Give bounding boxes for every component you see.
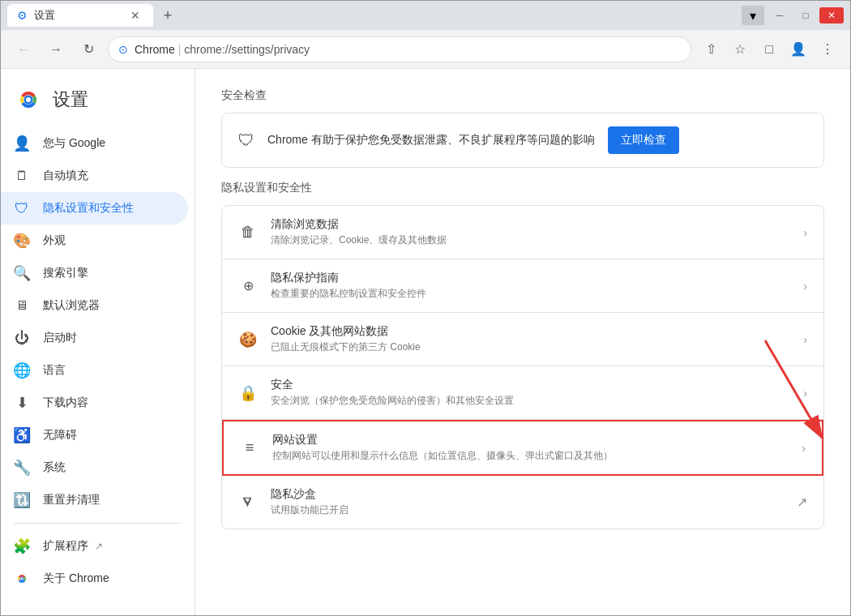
external-link-icon: ↗: [95, 541, 103, 552]
site-settings-desc: 控制网站可以使用和显示什么信息（如位置信息、摄像头、弹出式窗口及其他）: [272, 449, 789, 463]
cookie-icon: 🍪: [238, 330, 258, 349]
trash-icon: 🗑: [238, 223, 258, 242]
security-item[interactable]: 🔒 安全 安全浏览（保护您免受危险网站的侵害）和其他安全设置 ›: [222, 366, 823, 420]
reload-button[interactable]: ↻: [75, 36, 101, 62]
security-desc: 安全浏览（保护您免受危险网站的侵害）和其他安全设置: [271, 394, 790, 408]
sidebar-label-system: 系统: [43, 460, 66, 475]
content-area: 设置 👤 您与 Google 🗒 自动填充 🛡 隐私设置和安全性 🎨 外观 🔍: [1, 69, 850, 615]
sidebar-label-download: 下载内容: [43, 396, 88, 410]
privacy-guide-item[interactable]: ⊕ 隐私保护指南 检查重要的隐私控制设置和安全控件 ›: [222, 259, 823, 313]
security-content: 安全 安全浏览（保护您免受危险网站的侵害）和其他安全设置: [271, 378, 790, 408]
maximize-button[interactable]: □: [793, 7, 818, 24]
safety-check-card-inner: 🛡 Chrome 有助于保护您免受数据泄露、不良扩展程序等问题的影响 立即检查: [222, 113, 823, 167]
safety-check-card: 🛡 Chrome 有助于保护您免受数据泄露、不良扩展程序等问题的影响 立即检查: [221, 113, 824, 168]
cookies-desc: 已阻止无痕模式下的第三方 Cookie: [271, 340, 790, 354]
sidebar-item-download[interactable]: ⬇ 下载内容: [1, 387, 188, 419]
sidebar-item-google[interactable]: 👤 您与 Google: [1, 127, 188, 160]
main-content: 安全检查 🛡 Chrome 有助于保护您免受数据泄露、不良扩展程序等问题的影响 …: [195, 69, 850, 615]
sidebar-label-privacy: 隐私设置和安全性: [43, 201, 134, 216]
sidebar-item-autofill[interactable]: 🗒 自动填充: [1, 160, 188, 192]
tab-title-label: 设置: [34, 8, 55, 23]
sandbox-icon: ⛛: [238, 493, 258, 512]
back-button[interactable]: ←: [11, 36, 36, 62]
svg-point-4: [26, 97, 31, 102]
person-icon: 👤: [14, 135, 30, 152]
sidebar-label-google: 您与 Google: [43, 136, 105, 151]
sidebar-label-reset: 重置并清理: [43, 493, 100, 507]
svg-point-8: [21, 578, 24, 580]
sidebar-item-ext-container: 扩展程序 ↗: [43, 539, 103, 554]
sidebar-item-search[interactable]: 🔍 搜索引擎: [1, 257, 188, 289]
site-settings-title: 网站设置: [272, 433, 789, 447]
site-settings-icon: ≡: [240, 438, 259, 458]
site-icon: ⊙: [118, 43, 128, 56]
safety-check-title: 安全检查: [221, 88, 824, 103]
privacy-sandbox-content: 隐私沙盒 试用版功能已开启: [271, 487, 784, 517]
titlebar: ⚙ 设置 ✕ + ▾ ─ □ ✕: [1, 1, 850, 30]
chrome-logo: [14, 85, 43, 114]
sidebar-divider: [14, 523, 182, 524]
dropdown-icon: ▾: [750, 8, 756, 24]
chevron-right-icon-2: ›: [803, 280, 807, 293]
address-path: chrome://settings/privacy: [184, 43, 310, 56]
shield-icon: 🛡: [14, 200, 30, 216]
sidebar-item-system[interactable]: 🔧 系统: [1, 451, 188, 484]
bookmark-icon[interactable]: ☆: [727, 36, 753, 62]
privacy-section-title: 隐私设置和安全性: [221, 181, 824, 195]
sidebar-item-privacy[interactable]: 🛡 隐私设置和安全性: [1, 192, 188, 225]
minimize-button[interactable]: ─: [768, 7, 792, 24]
privacy-sandbox-title: 隐私沙盒: [271, 487, 784, 502]
profile-icon[interactable]: 👤: [785, 36, 811, 62]
active-tab[interactable]: ⚙ 设置 ✕: [7, 4, 153, 27]
sidebar-label-about: 关于 Chrome: [43, 571, 109, 586]
autofill-icon: 🗒: [14, 168, 30, 184]
sidebar-item-reset[interactable]: 🔃 重置并清理: [1, 484, 188, 516]
sidebar-label-extensions: 扩展程序: [43, 539, 88, 554]
sidebar-label-search: 搜索引擎: [43, 266, 88, 280]
sidebar-label-startup: 启动时: [43, 331, 77, 345]
site-settings-item[interactable]: ≡ 网站设置 控制网站可以使用和显示什么信息（如位置信息、摄像头、弹出式窗口及其…: [222, 420, 823, 476]
navbar: ← → ↻ ⊙ Chrome | chrome://settings/priva…: [1, 30, 850, 69]
security-title: 安全: [271, 378, 790, 392]
sidebar-item-appearance[interactable]: 🎨 外观: [1, 225, 188, 257]
sidebar-item-about[interactable]: 关于 Chrome: [1, 563, 188, 595]
browser-window: ⚙ 设置 ✕ + ▾ ─ □ ✕ ← → ↻ ⊙ Chrome | chrome…: [0, 0, 851, 616]
sidebar-item-language[interactable]: 🌐 语言: [1, 354, 188, 387]
menu-icon[interactable]: ⋮: [815, 36, 840, 62]
privacy-sandbox-desc: 试用版功能已开启: [271, 503, 784, 517]
forward-button[interactable]: →: [43, 36, 69, 62]
sidebar-label-language: 语言: [43, 363, 66, 378]
privacy-guide-title: 隐私保护指南: [271, 271, 790, 285]
sidebar-label-appearance: 外观: [43, 233, 66, 248]
about-icon: [14, 571, 30, 587]
share-icon[interactable]: ⇧: [698, 36, 724, 62]
privacy-guide-content: 隐私保护指南 检查重要的隐私控制设置和安全控件: [271, 271, 790, 301]
privacy-sandbox-item[interactable]: ⛛ 隐私沙盒 试用版功能已开启 ↗: [222, 476, 823, 528]
sidebar-item-startup[interactable]: ⏻ 启动时: [1, 322, 188, 354]
extensions-icon: 🧩: [14, 538, 30, 554]
address-domain: Chrome: [135, 43, 175, 56]
settings-title: 设置: [53, 88, 88, 112]
toolbar-icons: ⇧ ☆ □ 👤 ⋮: [698, 36, 840, 62]
sidebar-label-accessibility: 无障碍: [43, 428, 77, 443]
safety-shield-icon: 🛡: [238, 131, 254, 150]
close-button[interactable]: ✕: [819, 7, 844, 24]
search-icon: 🔍: [14, 265, 30, 281]
cookies-item[interactable]: 🍪 Cookie 及其他网站数据 已阻止无痕模式下的第三方 Cookie ›: [222, 313, 823, 366]
safety-check-text: Chrome 有助于保护您免受数据泄露、不良扩展程序等问题的影响: [267, 133, 595, 148]
address-bar[interactable]: ⊙ Chrome | chrome://settings/privacy: [108, 36, 691, 62]
check-now-button[interactable]: 立即检查: [608, 126, 679, 154]
tab-search-icon[interactable]: □: [756, 36, 782, 62]
lock-icon: 🔒: [238, 383, 258, 403]
tab-close-button[interactable]: ✕: [127, 7, 143, 24]
clear-browsing-item[interactable]: 🗑 清除浏览数据 清除浏览记录、Cookie、缓存及其他数据 ›: [222, 206, 823, 259]
new-tab-button[interactable]: +: [156, 4, 179, 27]
sidebar-item-extensions[interactable]: 🧩 扩展程序 ↗: [1, 530, 188, 563]
dropdown-button[interactable]: ▾: [742, 6, 764, 25]
browser-icon: 🖥: [14, 297, 30, 314]
cookies-content: Cookie 及其他网站数据 已阻止无痕模式下的第三方 Cookie: [271, 324, 790, 354]
clear-browsing-desc: 清除浏览记录、Cookie、缓存及其他数据: [271, 233, 790, 247]
sidebar-item-browser[interactable]: 🖥 默认浏览器: [1, 289, 188, 322]
sidebar-item-accessibility[interactable]: ♿ 无障碍: [1, 419, 188, 451]
chevron-right-icon-4: ›: [803, 387, 807, 400]
